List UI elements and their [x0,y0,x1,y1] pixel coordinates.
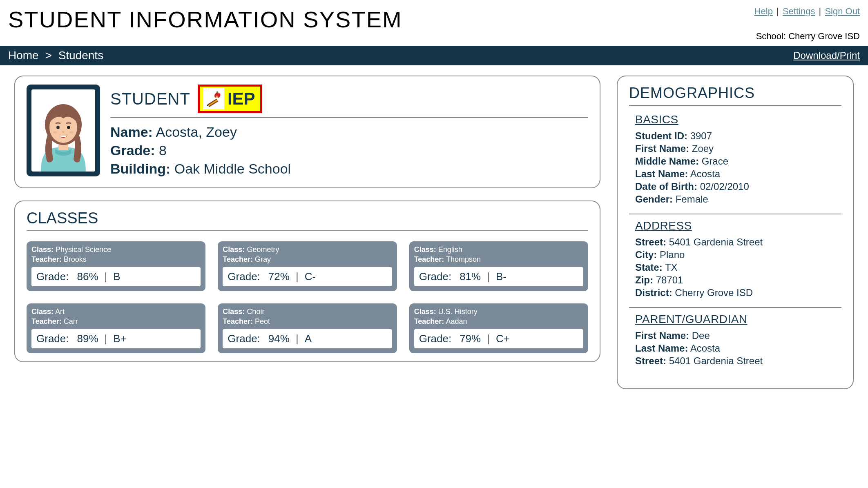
svg-point-7 [69,131,74,134]
guardian-heading: PARENT/GUARDIAN [635,313,835,326]
teacher-name: Gray [255,255,271,263]
basics-heading: BASICS [635,113,835,126]
class-card[interactable]: Class: U.S. History Teacher: Aadan Grade… [409,303,588,353]
student-panel: STUDENT [14,76,600,188]
city-value: Plano [660,249,685,260]
building-label: Building: [110,161,170,176]
student-id-value: 3907 [690,130,712,141]
separator: | [105,332,107,345]
separator: | [819,6,821,16]
grade-label: Grade: [36,332,69,345]
first-name-value: Zoey [692,143,714,154]
district-value: Cherry Grove ISD [675,287,753,298]
guardian-street-label: Street: [635,355,666,366]
breadcrumb-home[interactable]: Home [8,49,39,62]
grade-box: Grade: 89% | B+ [31,329,201,348]
class-card[interactable]: Class: English Teacher: Thompson Grade: … [409,241,588,291]
middle-name-label: Middle Name: [635,156,699,167]
svg-point-6 [53,131,57,134]
street-value: 5401 Gardenia Street [669,236,763,247]
student-heading: STUDENT [110,90,190,108]
separator: | [296,332,299,345]
help-link[interactable]: Help [754,6,773,16]
grade-letter: B+ [113,332,127,345]
grade-label: Grade: [419,270,452,283]
class-name-row: Class: Geometry [223,245,392,254]
student-grade-row: Grade: 8 [110,143,588,158]
guardian-last-name-value: Acosta [690,343,720,354]
gender-value: Female [676,194,708,205]
teacher-row: Teacher: Peot [223,317,392,326]
class-name: Geometry [247,245,279,254]
name-label: Name: [110,124,153,140]
grade-box: Grade: 79% | C+ [414,329,583,348]
signout-link[interactable]: Sign Out [825,6,860,16]
grade-letter: B- [496,270,507,283]
guardian-last-name-label: Last Name: [635,343,688,354]
svg-rect-9 [208,99,218,107]
class-name: Physical Science [56,245,111,254]
last-name-label: Last Name: [635,168,688,179]
breadcrumb-students[interactable]: Students [58,49,104,62]
class-name-row: Class: Choir [223,308,392,316]
grade-box: Grade: 94% | A [223,329,392,348]
zip-label: Zip: [635,274,653,285]
guardian-section: PARENT/GUARDIAN First Name: Dee Last Nam… [629,313,841,375]
dob-label: Date of Birth: [635,181,697,192]
grade-percent: 79% [460,332,481,345]
grade-label: Grade: [110,143,155,158]
school-label: School: [756,31,786,41]
grade-percent: 81% [460,270,481,283]
grade-box: Grade: 72% | C- [223,267,392,286]
settings-link[interactable]: Settings [783,6,815,16]
teacher-row: Teacher: Aadan [414,317,583,326]
teacher-row: Teacher: Thompson [414,255,583,264]
teacher-name: Peot [255,317,270,325]
class-name-row: Class: Art [31,308,201,316]
grade-letter: A [305,332,312,345]
separator: | [777,6,779,16]
grade-label: Grade: [228,270,260,283]
class-name-row: Class: Physical Science [31,245,201,254]
state-value: TX [665,262,678,273]
teacher-name: Brooks [64,255,87,263]
separator: | [487,332,490,345]
demographics-heading: DEMOGRAPHICS [629,85,841,106]
last-name-value: Acosta [690,168,720,179]
guardian-first-name-value: Dee [692,330,710,341]
state-label: State: [635,262,663,273]
street-label: Street: [635,236,666,247]
student-name-row: Name: Acosta, Zoey [110,124,588,140]
iep-badge[interactable]: IEP [198,85,262,113]
first-name-label: First Name: [635,143,689,154]
class-card[interactable]: Class: Physical Science Teacher: Brooks … [27,241,205,291]
separator: | [296,270,299,283]
classes-panel: CLASSES Class: Physical Science Teacher:… [14,201,600,362]
class-name: Choir [247,308,264,316]
breadcrumb: Home > Students [8,49,103,62]
guardian-street-value: 5401 Gardenia Street [669,355,763,366]
top-links: Help | Settings | Sign Out [754,6,860,17]
grade-percent: 72% [268,270,290,283]
grade-letter: B [113,270,120,283]
class-name: English [438,245,462,254]
grade-label: Grade: [419,332,452,345]
grade-label: Grade: [228,332,260,345]
class-card[interactable]: Class: Art Teacher: Carr Grade: 89% | B+ [27,303,205,353]
iep-label: IEP [228,89,255,109]
address-heading: ADDRESS [635,219,835,232]
separator: | [105,270,107,283]
teacher-name: Thompson [446,255,481,263]
student-building-row: Building: Oak Middle School [110,161,588,177]
grade-label: Grade: [36,270,69,283]
grade-percent: 89% [77,332,98,345]
pencil-apple-icon [203,88,224,109]
name-value: Acosta, Zoey [156,124,237,140]
grade-letter: C- [305,270,316,283]
class-card[interactable]: Class: Geometry Teacher: Gray Grade: 72%… [218,241,397,291]
dob-value: 02/02/2010 [700,181,749,192]
grade-box: Grade: 81% | B- [414,267,583,286]
school-name: Cherry Grove ISD [788,31,860,41]
download-print-link[interactable]: Download/Print [793,50,860,61]
class-card[interactable]: Class: Choir Teacher: Peot Grade: 94% | … [218,303,397,353]
